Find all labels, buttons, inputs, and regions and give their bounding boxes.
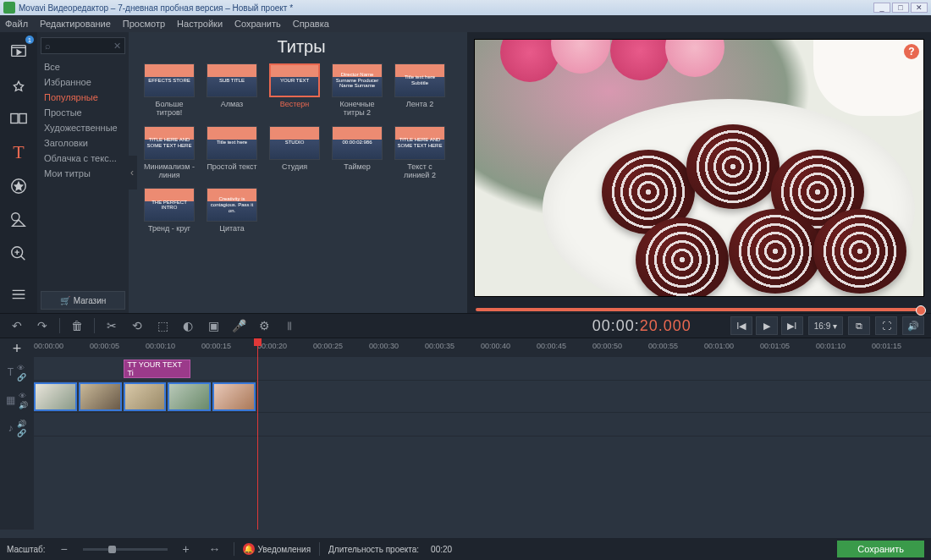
video-track[interactable] <box>34 381 931 413</box>
title-preset-thumbnail: YOUR TEXT <box>269 63 320 97</box>
detach-preview-button[interactable]: ⧉ <box>848 316 870 335</box>
title-preset[interactable]: YOUR TEXTВестерн <box>269 63 320 118</box>
title-preset-thumbnail: Director Name Surname Producer Name Surn… <box>332 63 383 97</box>
titles-tab[interactable]: T <box>5 139 32 166</box>
crop-button[interactable]: ⬚ <box>152 316 173 336</box>
ruler-tick: 00:01:05 <box>760 342 790 350</box>
help-button[interactable]: ? <box>904 44 919 59</box>
title-preset[interactable]: Title text hereПростой текст <box>207 126 257 180</box>
split-button[interactable]: ✂ <box>102 316 122 336</box>
fullscreen-button[interactable]: ⛶ <box>875 316 897 335</box>
zoom-in-button[interactable]: + <box>176 539 196 559</box>
delete-button[interactable]: 🗑 <box>67 316 87 336</box>
title-preset[interactable]: TITLE HERE AND SOME TEXT HEREМинимализм … <box>144 126 195 180</box>
title-preset[interactable]: Director Name Surname Producer Name Surn… <box>332 63 383 118</box>
prev-frame-button[interactable]: I◀ <box>730 316 752 335</box>
volume-button[interactable]: 🔊 <box>902 316 924 335</box>
window-minimize-button[interactable]: _ <box>873 3 890 13</box>
transitions-tab[interactable] <box>5 105 32 132</box>
category-item[interactable]: Облачка с текс... <box>37 151 129 166</box>
zoom-fit-button[interactable]: ↔ <box>205 539 225 559</box>
callouts-tab[interactable] <box>5 206 32 233</box>
title-preset[interactable]: Title text here SubtitleЛента 2 <box>394 63 445 118</box>
title-track-header[interactable]: T👁🔗 <box>0 360 34 384</box>
category-item[interactable]: Все <box>37 59 129 74</box>
video-clip[interactable] <box>124 382 167 411</box>
filters-tab[interactable] <box>5 71 32 98</box>
title-preset[interactable]: 00:00:02:986Таймер <box>332 126 383 180</box>
track-headers: + T👁🔗 ▦👁🔊 ♪🔊🔗 <box>0 338 34 530</box>
video-clip[interactable] <box>34 382 77 411</box>
play-button[interactable]: ▶ <box>756 316 778 335</box>
title-preset[interactable]: SUB TITLEАлмаз <box>207 63 257 118</box>
preview-scrubber[interactable] <box>476 308 923 311</box>
category-item[interactable]: Простые <box>37 105 129 120</box>
menu-настройки[interactable]: Настройки <box>177 19 223 29</box>
window-close-button[interactable]: ✕ <box>911 3 928 13</box>
timecode-display: 00:00:20.000 <box>592 317 691 335</box>
record-audio-button[interactable]: 🎤 <box>229 316 249 336</box>
video-track-header[interactable]: ▦👁🔊 <box>0 384 34 416</box>
menu-справка[interactable]: Справка <box>293 19 329 29</box>
video-clip[interactable] <box>79 382 122 411</box>
settings-button[interactable]: ⚙ <box>254 316 274 336</box>
menu-сохранить[interactable]: Сохранить <box>234 19 281 29</box>
timeline-body[interactable]: 00:00:0000:00:0500:00:1000:00:1500:00:20… <box>34 338 931 530</box>
title-preset-thumbnail: EFFECTS STORE <box>144 63 195 97</box>
window-maximize-button[interactable]: □ <box>892 3 909 13</box>
notifications-button[interactable]: 🔔 Уведомления <box>243 543 311 555</box>
export-button[interactable]: Сохранить <box>837 541 924 557</box>
store-button[interactable]: 🛒 Магазин <box>41 291 125 310</box>
playhead[interactable] <box>257 338 258 530</box>
linked-audio-track[interactable] <box>34 413 931 436</box>
category-item[interactable]: Мои титры <box>37 166 129 181</box>
next-frame-button[interactable]: ▶I <box>781 316 803 335</box>
add-track-button[interactable]: + <box>8 340 25 357</box>
title-preset[interactable]: Creativity is contagious. Pass it on.Цит… <box>207 188 257 241</box>
ruler-tick: 00:00:55 <box>648 342 678 350</box>
ruler-tick: 00:00:45 <box>537 342 566 350</box>
time-ruler[interactable]: 00:00:0000:00:0500:00:1000:00:1500:00:20… <box>34 338 931 357</box>
title-preset-thumbnail: 00:00:02:986 <box>332 126 383 160</box>
undo-button[interactable]: ↶ <box>7 316 27 336</box>
title-preset-label: Цитата <box>207 224 257 241</box>
rotate-button[interactable]: ⟲ <box>127 316 147 336</box>
stickers-tab[interactable] <box>5 173 32 200</box>
zoom-slider[interactable] <box>83 548 168 551</box>
audio-track-header[interactable]: ♪🔊🔗 <box>0 416 34 440</box>
equalizer-button[interactable]: ⫴ <box>279 316 300 336</box>
clip-props-button[interactable]: ▣ <box>203 316 223 336</box>
zoom-out-button[interactable]: − <box>54 539 74 559</box>
category-item[interactable]: Избранное <box>37 74 129 90</box>
menu-файл[interactable]: Файл <box>5 19 28 29</box>
more-tab[interactable] <box>5 281 32 308</box>
menu-редактирование[interactable]: Редактирование <box>40 19 111 29</box>
collapse-categories-button[interactable]: ‹ <box>127 156 137 189</box>
edit-toolbar: ↶ ↷ 🗑 ✂ ⟲ ⬚ ◐ ▣ 🎤 ⚙ ⫴ 00:00:20.000 I◀ ▶ … <box>0 313 931 338</box>
video-clip[interactable] <box>168 382 211 411</box>
category-item[interactable]: Художественные <box>37 120 129 135</box>
title-clip[interactable]: TT YOUR TEXT Ti <box>124 360 190 378</box>
search-clear-icon[interactable]: ✕ <box>113 41 121 52</box>
redo-button[interactable]: ↷ <box>32 316 52 336</box>
title-preset[interactable]: TITLE HERE AND SOME TEXT HEREТекст с лин… <box>394 126 445 180</box>
title-preset-thumbnail: THE PERFECT INTRO <box>144 188 195 222</box>
title-track[interactable]: TT YOUR TEXT Ti <box>34 357 931 381</box>
aspect-ratio-selector[interactable]: 16:9 ▾ <box>808 316 843 335</box>
video-clip[interactable] <box>212 382 256 411</box>
menu-просмотр[interactable]: Просмотр <box>123 19 165 29</box>
zoom-tab[interactable] <box>5 240 32 267</box>
title-preset-label: Простой текст <box>207 162 257 179</box>
category-item[interactable]: Заголовки <box>37 135 129 151</box>
titles-panel: Титры EFFECTS STOREБольше титров!SUB TIT… <box>129 32 467 313</box>
title-preset[interactable]: STUDIOСтудия <box>269 126 320 180</box>
title-preset[interactable]: EFFECTS STOREБольше титров! <box>144 63 195 118</box>
title-preset[interactable]: THE PERFECT INTROТренд - круг <box>144 188 195 241</box>
search-box[interactable]: ⌕ ✕ <box>41 37 125 54</box>
title-preset-thumbnail: Title text here Subtitle <box>394 63 445 97</box>
color-button[interactable]: ◐ <box>178 316 198 336</box>
svg-rect-3 <box>19 114 26 124</box>
preview-video[interactable] <box>474 39 924 297</box>
category-item[interactable]: Популярные <box>37 90 129 105</box>
import-tab[interactable]: 1 <box>5 37 32 64</box>
